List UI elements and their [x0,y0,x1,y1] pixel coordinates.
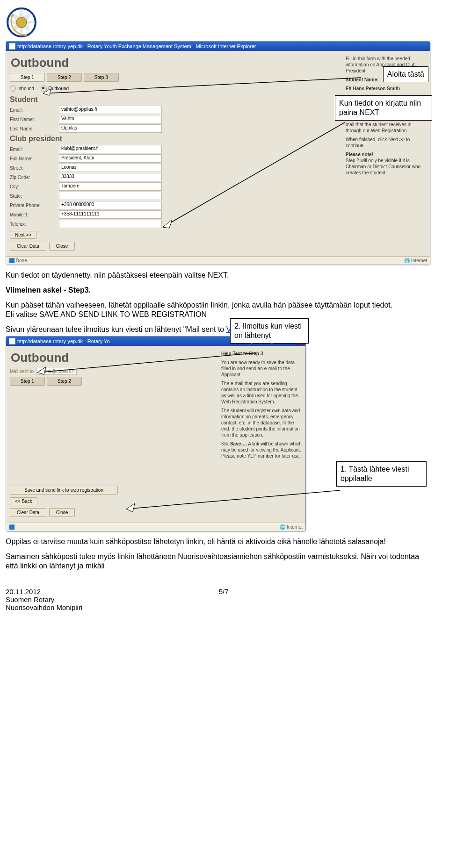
help-student-name-value: FX Hans Peterson Smith [346,86,400,91]
footer-date: 20.11.2012 [6,588,82,595]
mail-sent-value: vaihto@oppilas.fi [36,368,77,375]
field-row: Street:Loonas [10,164,342,172]
field-input[interactable]: Vaihto [59,115,162,123]
callout-aloita: Aloita tästä [383,66,428,82]
field-label: City: [10,184,59,189]
field-label: Full Name: [10,156,59,161]
ie-icon [9,338,15,344]
step2-1[interactable]: Step 1 [10,377,45,386]
field-label: Email: [10,108,59,113]
svg-point-2 [11,14,14,16]
status-right-2: 🌐 Internet [280,524,303,530]
doc-line5: Samainen sähköposti tulee myös linkin lä… [6,552,430,571]
help2-p3: The student will register own data and i… [221,408,302,438]
field-row: Zip Code:33333 [10,173,342,181]
ie-title-2a: http://database.rotary-yep.dk - Rotary Y… [17,338,110,344]
field-label: Mobile 1: [10,212,59,217]
radio-dot-filled [41,86,47,92]
status-done: 🟦 Done [9,258,27,263]
ie-window-2: http://database.rotary-yep.dk - Rotary Y… [6,336,306,531]
callout-next: Kun tiedot on kirjattu niin paina NEXT [335,95,432,121]
field-label: Last Name: [10,126,59,131]
clear-button-2[interactable]: Clear Data [10,508,46,517]
mail-sent-row: Mail sent to vaihto@oppilas.fi [10,368,217,375]
help2-title: Help Text to Step 3 [221,351,263,356]
doc-line3: Sivun yläreunaan tulee ilmoitus kun vies… [6,325,430,334]
status-left-2: 🟦 [9,524,14,530]
page-footer: 20.11.2012 Suomen Rotary Nuorisovaihdon … [6,588,430,611]
field-input[interactable]: Tampere [59,182,162,191]
field-input[interactable]: 33333 [59,173,162,181]
field-row: Telefax: [10,220,342,228]
help-note: Please note!Step 2 will only be visible … [346,151,426,176]
field-row: State: [10,192,342,200]
step-1[interactable]: Step 1 [10,73,45,82]
close-button-2[interactable]: Close [49,508,75,517]
help2-p2: The e-mail that you are sending contains… [221,380,302,405]
field-input[interactable] [59,220,162,228]
radio-dot [10,86,16,92]
callout-send: 1. Tästä lähtee viesti oppilaalle [336,461,427,487]
callout-aloita-text: Aloita tästä [387,70,424,78]
doc-step3-title: Viimeinen askel - Step3. [6,286,91,294]
ie-title-1: http://database.rotary-yep.dk - Rotary Y… [17,43,256,49]
next-button[interactable]: Next >> [10,231,36,239]
footer-page: 5/7 [219,588,229,611]
field-input[interactable]: +358-1111111111 [59,210,162,219]
doc-line1: Kun tiedot on täydennetty, niin päästäks… [6,271,430,280]
callout-send-text: 1. Tästä lähtee viesti oppilaalle [340,465,409,482]
field-row: Email:vaihto@oppilas.fi [10,106,342,114]
field-input[interactable]: President, Klubi [59,154,162,163]
footer-org2: Nuorisovaihdon Monipiiri [6,603,82,611]
callout-ilmoitus-text: 2. Ilmoitus kun viesti on lähtenyt [234,322,302,339]
field-input[interactable]: +358-00000000 [59,201,162,209]
ie-icon [9,43,15,50]
field-label: Telefax: [10,222,59,227]
radio-outbound[interactable]: Outbound [41,86,69,92]
footer-org1: Suomen Rotary [6,595,82,603]
svg-point-3 [24,34,26,36]
rotary-logo [6,7,37,38]
field-row: Mobile 1:+358-1111111111 [10,210,342,219]
step-3[interactable]: Step 3 [84,73,119,82]
help-next: When finished, click Next >> to continue… [346,136,426,149]
field-row: Private Phone:+358-00000000 [10,201,342,209]
help-student-name-label: Student Name: [346,77,379,82]
field-label: Zip Code: [10,175,59,180]
section-student: Student [10,95,342,104]
field-label: Email: [10,147,59,152]
field-label: First Name: [10,117,59,122]
help2-p4: Klik Save…. A link will be shown which m… [221,441,302,459]
field-input[interactable]: klubi@president.fi [59,145,162,153]
doc-line2: Kun pääset tähän vaiheeseen, lähetät opp… [6,301,430,319]
close-button[interactable]: Close [49,242,75,251]
page-heading-1: Outbound [11,56,342,70]
field-row: Email:klubi@president.fi [10,145,342,153]
status-internet: 🌐 Internet [404,258,427,263]
field-label: Street: [10,165,59,171]
doc-line4: Oppilas ei tarvitse muuta kuin sähköpost… [6,537,430,546]
field-input[interactable]: Loonas [59,164,162,172]
clear-button[interactable]: Clear Data [10,242,46,251]
ie-window-1: http://database.rotary-yep.dk - Rotary Y… [6,41,430,265]
field-row: Last Name:Oppilas [10,124,342,133]
field-input[interactable]: Oppilas [59,124,162,133]
section-club: Club president [10,135,342,143]
field-label: Private Phone: [10,203,59,208]
field-label: State: [10,194,59,199]
step2-2[interactable]: Step 2 [47,377,82,386]
field-input[interactable]: vaihto@oppilas.fi [59,106,162,114]
field-input[interactable] [59,192,162,200]
callout-next-text: Kun tiedot on kirjattu niin paina NEXT [339,99,421,116]
page-heading-2: Outbound [11,351,217,365]
ie-titlebar-1: http://database.rotary-yep.dk - Rotary Y… [6,42,430,51]
callout-ilmoitus: 2. Ilmoitus kun viesti on lähtenyt [230,318,309,344]
help2-p1: You are now ready to save the data fille… [221,359,302,378]
save-send-button[interactable]: Save and send link to web registration [10,486,118,495]
field-row: First Name:Vaihto [10,115,342,123]
field-row: City:Tampere [10,182,342,191]
back-button[interactable]: << Back [10,497,37,505]
radio-inbound[interactable]: Inbound [10,86,34,92]
field-row: Full Name:President, Klubi [10,154,342,163]
step-2[interactable]: Step 2 [47,73,82,82]
